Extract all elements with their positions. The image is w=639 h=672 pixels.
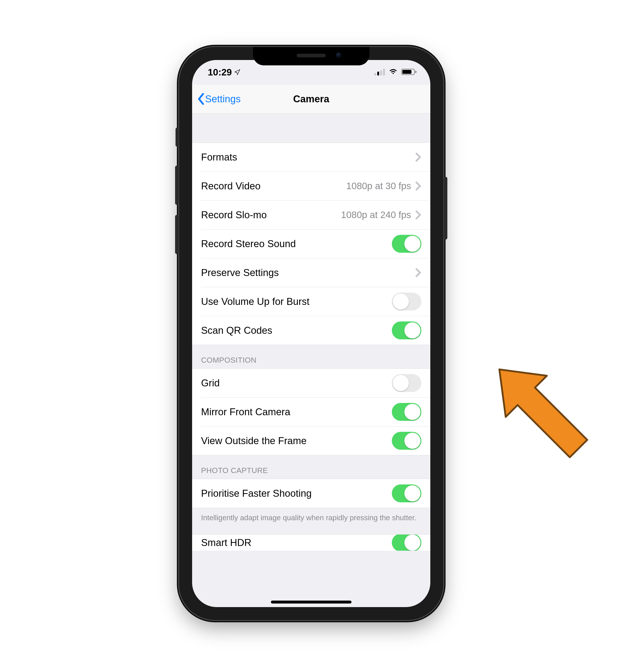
label-record-stereo: Record Stereo Sound xyxy=(201,238,296,249)
section-header-composition: COMPOSITION xyxy=(192,345,430,369)
row-volume-burst: Use Volume Up for Burst xyxy=(201,287,430,316)
toggle-scan-qr[interactable] xyxy=(392,322,421,339)
spacer xyxy=(192,113,430,143)
back-button[interactable]: Settings xyxy=(198,84,241,113)
home-indicator xyxy=(271,600,352,604)
row-preserve-settings[interactable]: Preserve Settings xyxy=(201,258,430,287)
notch xyxy=(253,47,370,65)
volume-down-button xyxy=(175,215,179,254)
row-scan-qr: Scan QR Codes xyxy=(201,316,430,345)
wifi-icon xyxy=(388,67,398,78)
chevron-right-icon xyxy=(416,210,421,219)
volume-up-button xyxy=(175,166,179,205)
label-view-outside: View Outside the Frame xyxy=(201,435,307,447)
row-formats[interactable]: Formats xyxy=(192,143,430,171)
location-icon xyxy=(234,67,241,78)
nav-bar: Settings Camera xyxy=(192,84,430,113)
group-general: Formats Record Video 1080p at 30 fps Rec… xyxy=(192,143,430,345)
chevron-right-icon xyxy=(416,268,421,277)
label-mirror: Mirror Front Camera xyxy=(201,406,291,418)
svg-rect-1 xyxy=(377,72,379,75)
toggle-record-stereo[interactable] xyxy=(392,235,421,253)
row-record-slomo[interactable]: Record Slo-mo 1080p at 240 fps xyxy=(201,200,430,229)
svg-rect-6 xyxy=(415,71,417,73)
mute-switch xyxy=(175,128,179,146)
row-prioritise-shooting: Prioritise Faster Shooting xyxy=(192,479,430,508)
cell-signal-icon xyxy=(374,67,385,78)
toggle-grid[interactable] xyxy=(392,374,421,392)
chevron-right-icon xyxy=(416,182,421,190)
toggle-smart-hdr[interactable] xyxy=(392,534,421,551)
page-title: Camera xyxy=(293,93,329,105)
label-smart-hdr: Smart HDR xyxy=(201,537,251,548)
row-record-stereo: Record Stereo Sound xyxy=(201,229,430,258)
toggle-mirror[interactable] xyxy=(392,403,421,421)
label-formats: Formats xyxy=(201,152,237,163)
detail-record-video: 1080p at 30 fps xyxy=(346,181,411,191)
label-volume-burst: Use Volume Up for Burst xyxy=(201,296,309,307)
label-preserve: Preserve Settings xyxy=(201,267,279,278)
back-label: Settings xyxy=(205,93,241,105)
label-grid: Grid xyxy=(201,377,220,389)
toggle-view-outside[interactable] xyxy=(392,432,421,450)
phone-screen: 10:29 xyxy=(192,60,430,607)
status-time: 10:29 xyxy=(208,67,232,78)
row-record-video[interactable]: Record Video 1080p at 30 fps xyxy=(201,171,430,200)
label-scan-qr: Scan QR Codes xyxy=(201,325,272,336)
group-composition: Grid Mirror Front Camera View Outside th… xyxy=(192,369,430,455)
svg-rect-0 xyxy=(374,73,376,75)
power-button xyxy=(444,177,447,239)
group-capture: Prioritise Faster Shooting xyxy=(192,479,430,508)
battery-icon xyxy=(401,67,417,78)
chevron-left-icon xyxy=(198,93,205,105)
svg-rect-2 xyxy=(380,70,382,75)
row-view-outside: View Outside the Frame xyxy=(201,426,430,455)
toggle-volume-burst[interactable] xyxy=(392,293,421,311)
footer-prioritise: Intelligently adapt image quality when r… xyxy=(192,508,430,523)
settings-scroll[interactable]: Formats Record Video 1080p at 30 fps Rec… xyxy=(192,113,430,607)
svg-rect-5 xyxy=(402,70,411,74)
row-grid: Grid xyxy=(192,369,430,397)
annotation-arrow xyxy=(470,349,605,466)
section-header-capture: PHOTO CAPTURE xyxy=(192,455,430,479)
detail-record-slomo: 1080p at 240 fps xyxy=(341,209,411,220)
label-record-slomo: Record Slo-mo xyxy=(201,209,267,220)
label-prioritise: Prioritise Faster Shooting xyxy=(201,488,312,499)
row-mirror-front-camera: Mirror Front Camera xyxy=(201,397,430,426)
toggle-prioritise[interactable] xyxy=(392,484,421,502)
row-smart-hdr: Smart HDR xyxy=(192,534,430,551)
chevron-right-icon xyxy=(416,153,421,162)
label-record-video: Record Video xyxy=(201,181,261,192)
svg-rect-3 xyxy=(383,69,385,75)
phone-mockup: 10:29 xyxy=(179,47,443,620)
